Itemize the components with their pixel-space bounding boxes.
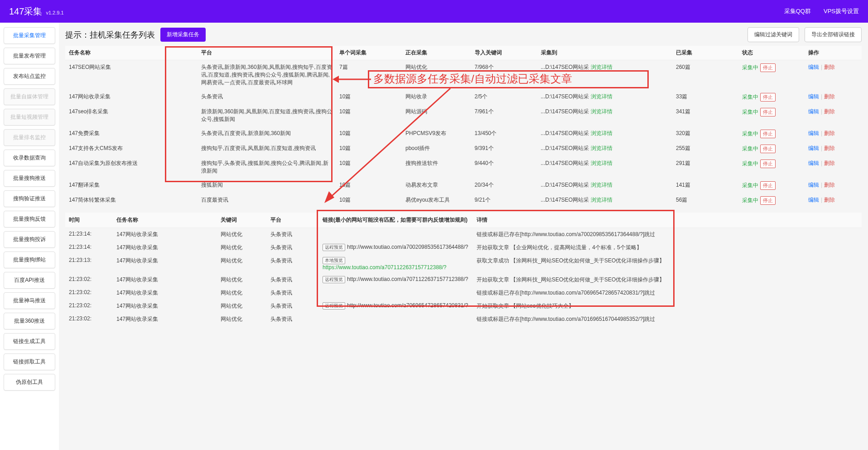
- delete-link[interactable]: 删除: [824, 182, 835, 188]
- sidebar-item-2[interactable]: 发布站点监控: [4, 68, 55, 85]
- browse-detail-link[interactable]: 浏览详情: [591, 108, 612, 115]
- header-link-vps[interactable]: VPS拨号设置: [824, 7, 859, 15]
- edit-link[interactable]: 编辑: [808, 197, 819, 203]
- log-header-0: 时间: [65, 213, 113, 228]
- browse-detail-link[interactable]: 浏览详情: [591, 93, 612, 100]
- stop-button[interactable]: 停止: [760, 93, 776, 102]
- log-link: [319, 228, 473, 242]
- stop-button[interactable]: 停止: [760, 181, 776, 190]
- edit-link[interactable]: 编辑: [808, 108, 819, 115]
- task-status: 采集中停止: [738, 105, 805, 126]
- sidebar-item-14[interactable]: 批量360推送: [4, 313, 55, 329]
- log-task-name: 147网站收录采集: [113, 286, 217, 300]
- remote-preview-button[interactable]: 远程预览: [323, 244, 345, 251]
- sidebar-item-7[interactable]: 批量搜狗推送: [4, 170, 55, 187]
- stop-button[interactable]: 停止: [760, 145, 776, 153]
- task-collected: 33篇: [672, 90, 738, 105]
- log-time: 21:23:02:: [65, 286, 113, 300]
- task-name: 147seo排名采集: [65, 105, 198, 126]
- delete-link[interactable]: 删除: [824, 130, 835, 136]
- log-keyword: 网站优化: [217, 254, 267, 273]
- edit-link[interactable]: 编辑: [808, 130, 819, 136]
- stop-button[interactable]: 停止: [760, 63, 776, 72]
- log-platform: 头条资讯: [267, 300, 319, 313]
- sidebar-item-17[interactable]: 伪原创工具: [4, 374, 55, 391]
- edit-filter-button[interactable]: 编辑过滤关键词: [747, 27, 799, 42]
- sidebar-item-15[interactable]: 链接生成工具: [4, 333, 55, 350]
- add-task-button[interactable]: 新增采集任务: [160, 28, 206, 42]
- task-single: 10篇: [336, 178, 402, 193]
- log-link-url: http://www.toutiao.com/a7069654728657420…: [347, 302, 468, 309]
- log-link-url: http://www.toutiao.com/a7071122637157712…: [347, 276, 468, 282]
- edit-link[interactable]: 编辑: [808, 160, 819, 166]
- log-detail: 链接或标题已存在[http://www.toutiao.com/a7016965…: [473, 313, 862, 326]
- stop-button[interactable]: 停止: [760, 130, 776, 138]
- delete-link[interactable]: 删除: [824, 93, 835, 100]
- task-imported: 20/34个: [471, 178, 537, 193]
- task-collecting: 网站源码: [402, 105, 471, 126]
- sidebar-item-3: 批量自媒体管理: [4, 88, 55, 105]
- task-row: 147免费采集头条资讯,百度资讯,新浪新闻,360新闻10篇PHPCMSV9发布…: [65, 126, 862, 141]
- delete-link[interactable]: 删除: [824, 64, 835, 70]
- task-platform: 百度最资讯: [198, 193, 336, 208]
- local-preview-button[interactable]: 本地预览: [323, 257, 345, 264]
- task-row: 147seo排名采集新浪新闻,360新闻,凤凰新闻,百度知道,搜狗资讯,搜狗公众…: [65, 105, 862, 126]
- stop-button[interactable]: 停止: [760, 160, 776, 168]
- task-ops: 编辑|删除: [805, 60, 862, 90]
- stop-button[interactable]: 停止: [760, 108, 776, 116]
- export-error-button[interactable]: 导出全部错误链接: [805, 27, 862, 42]
- task-header-1: 平台: [198, 46, 336, 60]
- browse-detail-link[interactable]: 浏览详情: [591, 130, 612, 136]
- sidebar-item-13[interactable]: 批量神马推送: [4, 292, 55, 309]
- task-header-7: 状态: [738, 46, 805, 60]
- task-name: 147SEO网站采集: [65, 60, 198, 90]
- task-platform: 搜狗知乎,百度资讯,凤凰新闻,百度知道,搜狗资讯: [198, 141, 336, 156]
- browse-detail-link[interactable]: 浏览详情: [591, 197, 612, 203]
- sidebar-item-6[interactable]: 收录数据查询: [4, 150, 55, 166]
- delete-link[interactable]: 删除: [824, 160, 835, 166]
- edit-link[interactable]: 编辑: [808, 182, 819, 188]
- delete-link[interactable]: 删除: [824, 197, 835, 203]
- remote-preview-button[interactable]: 远程预览: [323, 276, 345, 283]
- edit-link[interactable]: 编辑: [808, 93, 819, 100]
- log-scroll[interactable]: 时间任务名称关键词平台链接(最小的网站可能没有匹配，如需要可群内反馈增加规则)详…: [65, 213, 862, 326]
- log-keyword: 网站优化: [217, 228, 267, 242]
- edit-link[interactable]: 编辑: [808, 64, 819, 70]
- sidebar-item-9[interactable]: 批量搜狗反馈: [4, 211, 55, 227]
- log-link: [319, 286, 473, 300]
- header-link-qq[interactable]: 采集QQ群: [784, 7, 811, 15]
- task-single: 10篇: [336, 90, 402, 105]
- log-time: 21:23:02:: [65, 300, 113, 313]
- log-keyword: 网站优化: [217, 313, 267, 326]
- task-status: 采集中停止: [738, 90, 805, 105]
- task-dest: ...D:\147SEO网站采 浏览详情: [537, 141, 673, 156]
- log-time: 21:23:14:: [65, 228, 113, 242]
- sidebar-item-12[interactable]: 百度API推送: [4, 272, 55, 289]
- log-detail: 开始获取文章 【网站seo优化技巧大全】: [473, 300, 862, 313]
- delete-link[interactable]: 删除: [824, 108, 835, 115]
- sidebar-item-8[interactable]: 搜狗验证推送: [4, 190, 55, 207]
- browse-detail-link[interactable]: 浏览详情: [591, 182, 612, 188]
- edit-link[interactable]: 编辑: [808, 145, 819, 151]
- browse-detail-link[interactable]: 浏览详情: [591, 145, 612, 151]
- toolbar-title: 提示：挂机采集任务列表: [65, 29, 155, 40]
- log-detail: 链接或标题已存在[http://www.toutiao.com/a7002098…: [473, 228, 862, 242]
- browse-detail-link[interactable]: 浏览详情: [591, 160, 612, 166]
- sidebar-item-16[interactable]: 链接抓取工具: [4, 353, 55, 370]
- sidebar-item-10[interactable]: 批量搜狗投诉: [4, 231, 55, 248]
- sidebar-item-1[interactable]: 批量发布管理: [4, 48, 55, 64]
- log-row: 21:23:14:147网站收录采集网站优化头条资讯链接或标题已存在[http:…: [65, 228, 862, 242]
- browse-detail-link[interactable]: 浏览详情: [591, 64, 612, 70]
- task-single: 10篇: [336, 105, 402, 126]
- task-platform: 新浪新闻,360新闻,凤凰新闻,百度知道,搜狗资讯,搜狗公众号,搜狐新闻: [198, 105, 336, 126]
- sidebar-item-11[interactable]: 批量搜狗绑站: [4, 252, 55, 268]
- delete-link[interactable]: 删除: [824, 145, 835, 151]
- task-status: 采集中停止: [738, 178, 805, 193]
- task-name: 147自动采集为原创发布推送: [65, 156, 198, 178]
- remote-preview-button[interactable]: 远程预览: [323, 302, 345, 310]
- log-header-2: 关键词: [217, 213, 267, 228]
- task-ops: 编辑|删除: [805, 126, 862, 141]
- sidebar-item-0[interactable]: 批量采集管理: [4, 27, 55, 44]
- log-task-name: 147网站收录采集: [113, 300, 217, 313]
- stop-button[interactable]: 停止: [760, 196, 776, 205]
